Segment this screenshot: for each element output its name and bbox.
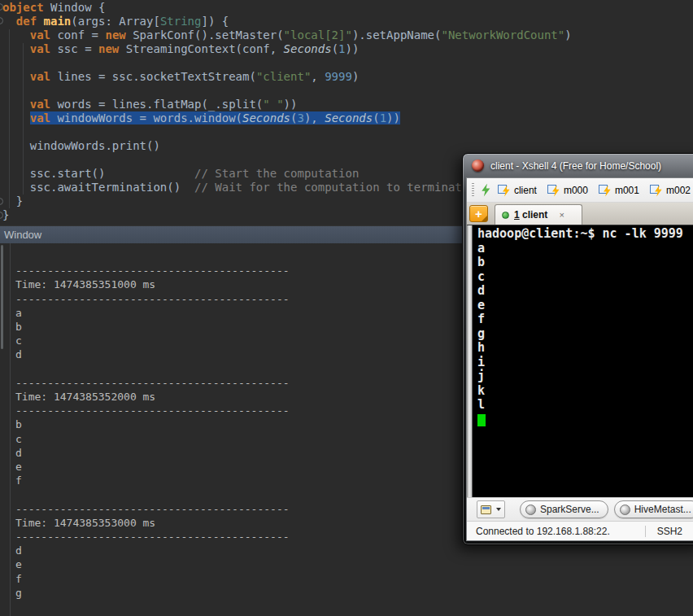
xshell-window-title: client - Xshell 4 (Free for Home/School)	[490, 160, 661, 172]
terminal-scrollbar[interactable]	[467, 225, 473, 497]
console-line: ----------------------------------------…	[15, 264, 290, 277]
code-line[interactable]	[2, 84, 572, 98]
protocol-label: SSH2	[657, 526, 682, 537]
tab-client[interactable]: 1 client ×	[495, 204, 582, 225]
terminal-line: a	[477, 242, 683, 256]
session-shell-icon	[525, 505, 536, 515]
code-line[interactable]: val lines = ssc.socketTextStream("client…	[2, 70, 572, 84]
console-line: e	[15, 557, 290, 571]
new-session-icon[interactable]	[481, 184, 491, 197]
session-button-m002[interactable]: m002	[650, 184, 691, 197]
console-line: d	[15, 544, 290, 557]
code-line[interactable]	[2, 56, 572, 70]
session-button-label: m000	[564, 185, 588, 196]
code-line[interactable]: val words = lines.flatMap(_.split(" "))	[2, 98, 572, 111]
toolbar-grip[interactable]	[472, 183, 474, 198]
desktop: { "colors": { "editor_bg": "#2b2b2b", "k…	[0, 0, 693, 616]
session-button-client[interactable]: client	[498, 184, 537, 197]
connection-status: Connected to 192.168.1.88:22.	[476, 526, 610, 537]
terminal-line: d	[477, 284, 683, 299]
code-line[interactable]	[2, 125, 572, 139]
console-gutter-separator	[10, 243, 11, 616]
console-line: d	[15, 347, 290, 361]
terminal-line: h	[477, 341, 683, 356]
tab-close-icon[interactable]: ×	[559, 211, 564, 220]
session-button-label: client	[514, 185, 537, 196]
xshell-window[interactable]: client - Xshell 4 (Free for Home/School)…	[462, 153, 693, 545]
terminal-line: i	[477, 356, 683, 370]
terminal-text: hadoop@client:~$ nc -lk 9999abcdefghijkl	[477, 227, 683, 426]
console-line: Time: 1474385353000 ms	[15, 516, 290, 530]
console-output: ----------------------------------------…	[15, 250, 290, 616]
console-line: b	[15, 417, 290, 431]
console-line	[15, 487, 290, 501]
tab-connected-dot-icon	[502, 212, 509, 219]
tool-window-title: Window	[4, 229, 41, 241]
console-line: g	[15, 586, 290, 600]
status-separator	[645, 526, 646, 537]
xshell-session-toolbar: clientm000m001m002	[467, 178, 693, 203]
console-line: d	[15, 446, 290, 460]
session-dropdown-button[interactable]	[477, 500, 505, 518]
terminal-line: l	[477, 398, 683, 413]
terminal-cursor	[477, 414, 486, 426]
terminal-line: c	[477, 270, 683, 285]
terminal-tabbar: + 1 client ×	[467, 203, 693, 225]
tab-label: 1 client	[514, 209, 547, 221]
code-line[interactable]: def main(args: Array[String]) {	[2, 15, 572, 28]
session-button-m000[interactable]: m000	[547, 184, 588, 197]
console-line: ----------------------------------------…	[15, 404, 290, 417]
terminal-line: g	[477, 327, 683, 342]
code-line[interactable]: object Window {	[2, 1, 572, 15]
status-bar: Connected to 192.168.1.88:22. SSH2	[467, 521, 693, 540]
console-line: Time: 1474385351000 ms	[15, 277, 290, 291]
console-line: f	[15, 572, 290, 586]
terminal-line: b	[477, 256, 683, 270]
quick-launch-bar: SparkServe...HiveMetast...	[467, 497, 693, 521]
code-line[interactable]: val conf = new SparkConf().setMaster("lo…	[2, 28, 572, 42]
code-line[interactable]: val ssc = new StreamingContext(conf, Sec…	[2, 42, 572, 56]
new-tab-button[interactable]: +	[469, 205, 488, 222]
session-bolt-icon	[547, 184, 560, 197]
terminal-line: e	[477, 299, 683, 313]
console-line	[15, 362, 290, 376]
quick-button-label: SparkServe...	[540, 504, 599, 515]
console-line: Time: 1474385352000 ms	[15, 390, 290, 404]
code-line-selected[interactable]: val windowWords = words.window(Seconds(3…	[2, 111, 572, 125]
session-bolt-icon	[650, 184, 663, 197]
console-line: e	[15, 460, 290, 474]
terminal[interactable]: hadoop@client:~$ nc -lk 9999abcdefghijkl	[467, 225, 693, 497]
terminal-prompt-line: hadoop@client:~$ nc -lk 9999	[477, 227, 683, 242]
xshell-title-bar[interactable]: client - Xshell 4 (Free for Home/School)	[463, 154, 693, 177]
console-line	[15, 250, 290, 264]
terminal-line: f	[477, 312, 683, 327]
terminal-line: j	[477, 369, 683, 384]
console-line	[15, 600, 290, 614]
console-line: b	[15, 320, 290, 334]
session-button-label: m002	[666, 185, 691, 196]
console-line: ----------------------------------------…	[15, 376, 290, 390]
session-button-label: m001	[615, 185, 639, 196]
dropdown-arrow-icon	[496, 508, 501, 511]
xshell-app-icon	[472, 159, 484, 172]
terminal-line: k	[477, 384, 683, 399]
code-line[interactable]: windowWords.print()	[2, 139, 572, 153]
xshell-client-area: clientm000m001m002 + 1 client × hadoop@c…	[466, 177, 693, 541]
quick-button-sparkserve[interactable]: SparkServe...	[520, 500, 608, 518]
console-scrollbar-thumb[interactable]	[1, 245, 3, 349]
session-shell-icon	[620, 505, 630, 515]
session-button-m001[interactable]: m001	[599, 184, 639, 197]
quick-button-hivemetast[interactable]: HiveMetast...	[614, 500, 693, 518]
console-line: a	[15, 306, 290, 320]
console-line: ----------------------------------------…	[15, 502, 290, 516]
console-line: f	[15, 474, 290, 487]
session-window-icon	[481, 505, 491, 514]
console-line: c	[15, 432, 290, 446]
session-bolt-icon	[498, 184, 511, 197]
console-line: c	[15, 334, 290, 347]
quick-button-label: HiveMetast...	[634, 504, 691, 515]
session-bolt-icon	[599, 184, 612, 197]
console-line: ----------------------------------------…	[15, 530, 290, 544]
console-line: ----------------------------------------…	[15, 292, 290, 306]
